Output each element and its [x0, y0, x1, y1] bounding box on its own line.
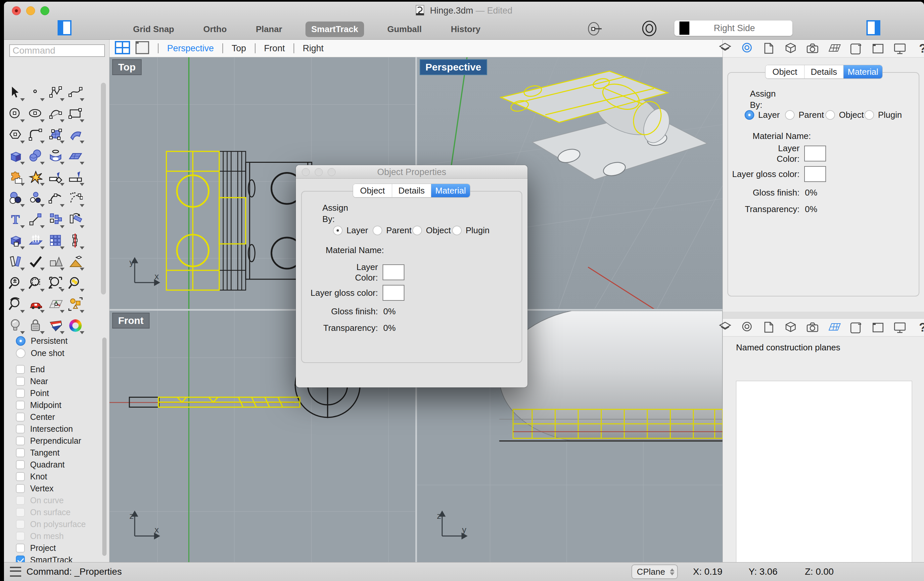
tool-copy-icon[interactable]	[46, 209, 66, 230]
layers-icon[interactable]	[718, 42, 732, 55]
tool-cplane-tools-icon[interactable]	[46, 294, 66, 315]
tool-blend-surface-icon[interactable]	[66, 124, 86, 145]
osnap-tangent[interactable]: Tangent	[16, 447, 59, 459]
assign-radio-layer[interactable]: Layer	[745, 110, 780, 120]
toolbar-toggle-smarttrack[interactable]: SmartTrack	[305, 21, 365, 37]
osnap-mode-one-shot[interactable]: One shot	[16, 347, 64, 359]
tool-polygon-icon[interactable]	[6, 124, 26, 145]
single-pane-icon[interactable]	[135, 41, 149, 56]
tool-palette-scrollbar[interactable]	[101, 83, 106, 294]
notes-icon[interactable]	[850, 42, 863, 55]
viewport-tab-right[interactable]: Right	[303, 43, 323, 54]
tool-primitives-icon[interactable]	[46, 251, 66, 272]
osnap-end[interactable]: End	[16, 363, 45, 375]
tool-curve-edit-icon[interactable]	[46, 188, 66, 209]
toolbar-toggle-ortho[interactable]: Ortho	[197, 21, 233, 37]
camera-icon[interactable]	[806, 42, 819, 55]
viewport-tab-top[interactable]: Top	[232, 43, 246, 54]
tool-fillet-curves-icon[interactable]	[26, 124, 46, 145]
tool-rectangle-icon[interactable]	[66, 103, 86, 124]
tool-zoom-extents-icon[interactable]	[46, 272, 66, 294]
tool-trim-icon[interactable]	[46, 167, 66, 188]
tool-spheres-icon[interactable]	[26, 145, 46, 167]
object-properties-dialog[interactable]: Object Properties ObjectDetailsMaterial …	[296, 165, 528, 388]
osnap-center[interactable]: Center	[16, 411, 55, 423]
dialog-color-swatch[interactable]	[383, 285, 404, 301]
dialog-tab-details[interactable]: Details	[392, 184, 431, 197]
help-icon[interactable]: ?	[915, 321, 924, 334]
dialog-color-swatch[interactable]	[383, 264, 404, 280]
display-icon[interactable]	[893, 321, 906, 334]
toolbar-toggle-grid-snap[interactable]: Grid Snap	[127, 21, 180, 37]
osnap-mode-persistent[interactable]: Persistent	[16, 335, 68, 347]
tool-zoom-window-icon[interactable]	[26, 272, 46, 294]
tool-zoom-selected-icon[interactable]	[66, 272, 86, 294]
frame-icon[interactable]	[871, 42, 884, 55]
tool-distribute-icon[interactable]	[66, 230, 86, 251]
tool-single-point-icon[interactable]	[26, 82, 46, 103]
tool-curve-icon[interactable]	[66, 82, 86, 103]
osnap-knot[interactable]: Knot	[16, 470, 47, 482]
color-swatch[interactable]	[804, 166, 826, 182]
tool-render-mesh-icon[interactable]	[46, 315, 66, 336]
assign-radio-plugin[interactable]: Plugin	[865, 110, 902, 120]
tool-text-icon[interactable]: T	[6, 209, 26, 230]
dialog-assign-radio-object[interactable]: Object	[412, 225, 451, 236]
menu-icon[interactable]	[10, 567, 21, 577]
tab-object[interactable]: Object	[766, 65, 804, 78]
tool-color-wheel-icon[interactable]	[66, 315, 86, 336]
viewport-tab-perspective[interactable]: Perspective	[167, 43, 214, 54]
tool-deform-icon[interactable]	[6, 251, 26, 272]
tool-polyline-icon[interactable]	[46, 82, 66, 103]
record-history-icon[interactable]	[586, 21, 602, 38]
osnap-quadrant[interactable]: Quadrant	[16, 459, 64, 470]
box-icon[interactable]	[784, 321, 797, 334]
properties-icon[interactable]	[740, 321, 754, 334]
tool-select-icon[interactable]	[6, 82, 26, 103]
dialog-assign-radio-layer[interactable]: Layer	[333, 225, 368, 236]
tool-move-icon[interactable]	[26, 209, 46, 230]
viewport-perspective-badge[interactable]: Perspective	[420, 59, 487, 75]
assign-radio-parent[interactable]: Parent	[785, 110, 824, 120]
tab-details[interactable]: Details	[804, 65, 843, 78]
display-icon[interactable]	[893, 42, 906, 55]
dialog-assign-radio-parent[interactable]: Parent	[373, 225, 412, 236]
osnap-vertex[interactable]: Vertex	[16, 482, 54, 494]
tool-lock-icon[interactable]	[26, 315, 46, 336]
color-swatch[interactable]	[804, 145, 826, 162]
dialog-tab-material[interactable]: Material	[431, 184, 470, 197]
current-layer-field[interactable]: Right Side	[674, 20, 793, 36]
dialog-titlebar[interactable]: Object Properties	[296, 165, 528, 179]
tool-plane-surface-icon[interactable]	[66, 145, 86, 167]
tool-extrude-icon[interactable]	[26, 230, 46, 251]
tool-arc-icon[interactable]	[46, 103, 66, 124]
tool-split-icon[interactable]	[66, 167, 86, 188]
viewport-tab-front[interactable]: Front	[264, 43, 285, 54]
toolbar-toggle-planar[interactable]: Planar	[250, 21, 288, 37]
layers-icon[interactable]	[718, 321, 732, 334]
osnap-perpendicular[interactable]: Perpendicular	[16, 435, 81, 447]
tool-rebuild-curve-icon[interactable]	[66, 188, 86, 209]
tool-zoom-icon[interactable]	[6, 272, 26, 294]
tool-surface-patch-icon[interactable]	[46, 124, 66, 145]
osnap-near[interactable]: Near	[16, 375, 48, 387]
osnap-midpoint[interactable]: Midpoint	[16, 399, 61, 411]
dialog-tab-object[interactable]: Object	[353, 184, 392, 197]
osnap-intersection[interactable]: Intersection	[16, 423, 73, 435]
dialog-assign-radio-plugin[interactable]: Plugin	[452, 225, 490, 236]
tool-undo-view-icon[interactable]	[6, 294, 26, 315]
circle-center-icon[interactable]	[641, 20, 658, 38]
tool-check-icon[interactable]	[26, 251, 46, 272]
osnap-point[interactable]: Point	[16, 387, 49, 399]
command-input[interactable]	[9, 45, 105, 57]
right-sidebar-toggle-icon[interactable]	[866, 20, 880, 35]
tool-box-icon[interactable]	[6, 145, 26, 167]
osnap-scrollbar[interactable]	[102, 337, 107, 556]
assign-radio-object[interactable]: Object	[825, 110, 864, 120]
tool-boolean-icon[interactable]	[6, 188, 26, 209]
tool-rotate-icon[interactable]	[66, 209, 86, 230]
properties-icon[interactable]	[740, 42, 754, 55]
tool-explode-icon[interactable]	[26, 167, 46, 188]
notes-icon[interactable]	[850, 321, 863, 334]
viewport-front-badge[interactable]: Front	[112, 313, 150, 328]
